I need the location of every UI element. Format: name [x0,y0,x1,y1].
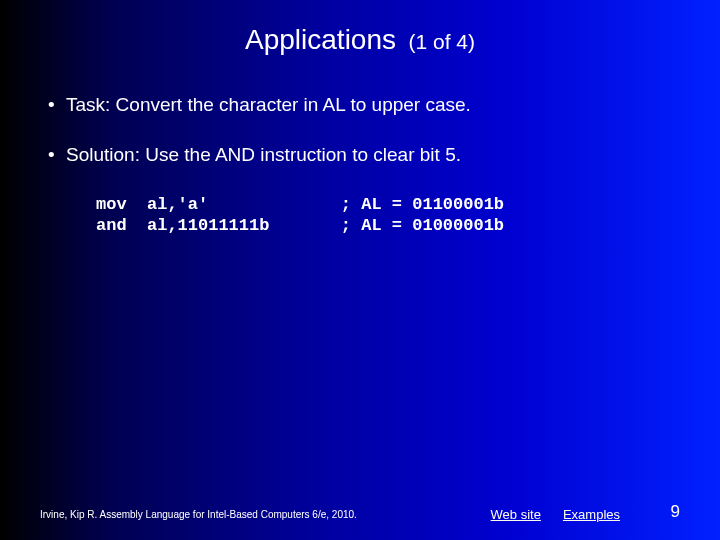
content-area: Task: Convert the character in AL to upp… [0,56,720,237]
footer-links: Web site Examples [491,507,620,522]
citation-text: Irvine, Kip R. Assembly Language for Int… [40,509,491,520]
slide-title: Applications [245,24,396,55]
bullet-task: Task: Convert the character in AL to upp… [48,94,672,116]
slide-subtitle: (1 of 4) [408,30,475,53]
bullet-solution: Solution: Use the AND instruction to cle… [48,144,672,166]
web-site-link[interactable]: Web site [491,507,541,522]
examples-link[interactable]: Examples [563,507,620,522]
code-line-1: mov al,'a' ; AL = 01100001b [96,195,504,214]
page-number: 9 [671,502,680,522]
footer: Irvine, Kip R. Assembly Language for Int… [0,507,720,522]
code-block: mov al,'a' ; AL = 01100001b and al,11011… [48,194,672,237]
title-area: Applications (1 of 4) [0,0,720,56]
code-line-2: and al,11011111b ; AL = 01000001b [96,216,504,235]
